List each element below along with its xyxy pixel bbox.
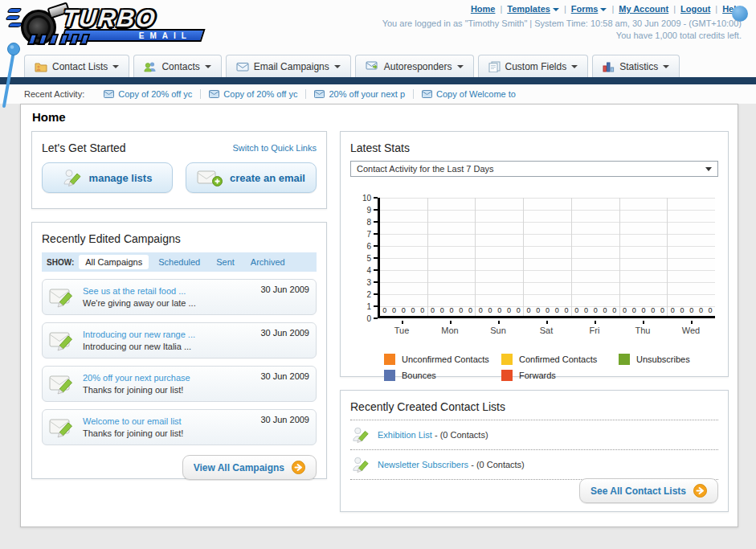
campaign-filter-bar: SHOW: All Campaigns Scheduled Sent Archi… [42, 252, 317, 272]
campaign-title-link[interactable]: 20% off your next purchase [83, 372, 254, 384]
contact-list-count: - (0 Contacts) [471, 460, 525, 469]
bar-value-label: 0 [623, 306, 627, 314]
top-link-forms[interactable]: Forms [571, 4, 599, 14]
campaign-subtitle: Thanks for joining our list! [83, 428, 183, 438]
recent-activity-item[interactable]: Copy of 20% off yc [96, 89, 201, 99]
campaign-date: 30 Jun 2009 [260, 285, 309, 294]
legend-swatch [384, 354, 395, 365]
campaign-row[interactable]: Introducing our new range ... Introducin… [42, 322, 317, 358]
legend-label: Forwards [519, 371, 556, 380]
see-all-contact-lists-button[interactable]: See All Contact Lists [579, 478, 718, 503]
latest-stats-title: Latest Stats [350, 141, 410, 154]
page-header: TURBO EMAIL Home|Templates|Forms|My Acco… [0, 0, 756, 104]
user-pencil-icon [352, 455, 370, 474]
bar-value-label: 0 [402, 306, 406, 314]
top-link-templates[interactable]: Templates [507, 4, 550, 14]
stats-dropdown-value: Contact Activity for the Last 7 Days [357, 164, 494, 174]
nav-tab-statistics[interactable]: Statistics [592, 55, 680, 77]
legend-label: Unconfirmed Contacts [402, 354, 489, 364]
bar-value-label: 0 [555, 306, 559, 314]
contact-list-row[interactable]: Exhibition List - (0 Contacts) [350, 420, 718, 450]
y-tick-label: 6 [366, 242, 371, 251]
switch-quick-links[interactable]: Switch to Quick Links [232, 143, 317, 153]
recent-campaigns-panel: Recently Edited Campaigns SHOW: All Camp… [31, 222, 327, 479]
contact-list-link[interactable]: Exhibition List [378, 430, 432, 440]
view-all-campaigns-button[interactable]: View All Campaigns [182, 455, 317, 480]
envelope-arrow-icon [366, 61, 379, 72]
top-nav-links: Home|Templates|Forms|My Account|Logout|H… [471, 4, 742, 14]
legend-label: Bounces [402, 371, 436, 380]
login-info: You are logged in as "Timothy Smith" | S… [382, 18, 742, 42]
app-logo[interactable]: TURBO EMAIL [6, 3, 207, 48]
nav-tab-autoresponders[interactable]: Autoresponders [355, 55, 474, 77]
envelope-pencil-icon [49, 373, 76, 395]
chart-day-group: 00000 [380, 198, 428, 316]
campaign-title-link[interactable]: See us at the retail food ... [83, 285, 254, 297]
campaign-title-link[interactable]: Introducing our new range ... [83, 329, 254, 341]
filter-sent[interactable]: Sent [210, 255, 241, 269]
bar-chart-icon [603, 61, 615, 72]
bar-value-label: 0 [612, 306, 616, 314]
filter-archived[interactable]: Archived [244, 255, 292, 269]
campaign-row[interactable]: 20% off your next purchase Thanks for jo… [42, 366, 317, 402]
campaign-title-link[interactable]: Welcome to our email list [83, 416, 254, 428]
y-tick-label: 3 [366, 278, 371, 287]
chart-legend: Unconfirmed ContactsConfirmed ContactsUn… [384, 354, 738, 386]
recent-activity-item[interactable]: 20% off your next p [306, 89, 414, 99]
bar-value-label: 0 [459, 306, 463, 314]
nav-tab-contacts[interactable]: Contacts [133, 55, 221, 77]
legend-item: Bounces [384, 370, 501, 381]
create-email-button[interactable]: create an email [186, 162, 317, 193]
credits-line: You have 1,000 total credits left. [382, 30, 742, 42]
filter-scheduled[interactable]: Scheduled [152, 255, 206, 269]
logo-word-turbo: TURBO [61, 5, 157, 32]
legend-swatch [501, 354, 513, 365]
filter-all-campaigns[interactable]: All Campaigns [79, 255, 149, 269]
top-link-my-account[interactable]: My Account [619, 4, 668, 14]
arrow-circle-icon [292, 461, 305, 474]
nav-tab-contact-lists[interactable]: Contact Lists [24, 55, 129, 77]
login-status-line: You are logged in as "Timothy Smith" | S… [382, 18, 742, 30]
contact-list-link[interactable]: Newsletter Subscribers [378, 460, 468, 469]
stats-dropdown[interactable]: Contact Activity for the Last 7 Days [350, 161, 718, 177]
recent-activity-label: Recent Activity: [24, 89, 84, 99]
bar-value-label: 0 [468, 306, 472, 314]
get-started-panel: Let's Get Started Switch to Quick Links … [31, 131, 327, 209]
x-tick-label: Sat [522, 321, 570, 335]
campaign-subtitle: We're giving away our late ... [83, 298, 196, 308]
bar-value-label: 0 [671, 306, 675, 314]
chart-day-group: 00000 [668, 198, 715, 316]
chart-day-group: 00000 [428, 198, 476, 316]
y-tick-label: 0 [366, 314, 371, 323]
legend-swatch [384, 370, 395, 381]
legend-item: Unsubscribes [619, 354, 736, 365]
legend-swatch [619, 354, 630, 365]
envelope-icon [104, 90, 114, 98]
top-link-logout[interactable]: Logout [680, 4, 710, 14]
campaign-row[interactable]: Welcome to our email list Thanks for joi… [42, 409, 317, 445]
x-tick-label: Tue [378, 321, 426, 335]
legend-label: Confirmed Contacts [519, 354, 597, 364]
manage-lists-button[interactable]: manage lists [42, 162, 173, 193]
top-link-home[interactable]: Home [471, 4, 496, 14]
bar-value-label: 0 [517, 306, 521, 314]
x-tick-label: Thu [619, 321, 667, 335]
bar-value-label: 0 [420, 306, 424, 314]
chevron-down-icon [553, 8, 559, 11]
recent-activity-item[interactable]: Copy of 20% off yc [201, 89, 306, 99]
contact-list-count: - (0 Contacts) [435, 430, 488, 440]
y-tick-label: 2 [366, 290, 371, 299]
bar-value-label: 0 [680, 306, 684, 314]
campaign-row[interactable]: See us at the retail food ... We're givi… [42, 279, 317, 315]
contact-list-row[interactable]: Newsletter Subscribers - (0 Contacts) [350, 450, 718, 480]
envelope-pencil-icon [49, 286, 76, 308]
y-tick-label: 7 [366, 230, 371, 239]
envelope-icon [314, 90, 325, 98]
bar-value-label: 0 [497, 306, 501, 314]
recent-activity-item[interactable]: Copy of Welcome to [414, 89, 524, 99]
nav-tab-custom-fields[interactable]: Custom Fields [478, 55, 589, 77]
bar-value-label: 0 [594, 306, 598, 314]
nav-tab-email-campaigns[interactable]: Email Campaigns [226, 55, 351, 77]
chart-day-group: 00000 [524, 198, 572, 316]
campaign-date: 30 Jun 2009 [260, 328, 309, 338]
